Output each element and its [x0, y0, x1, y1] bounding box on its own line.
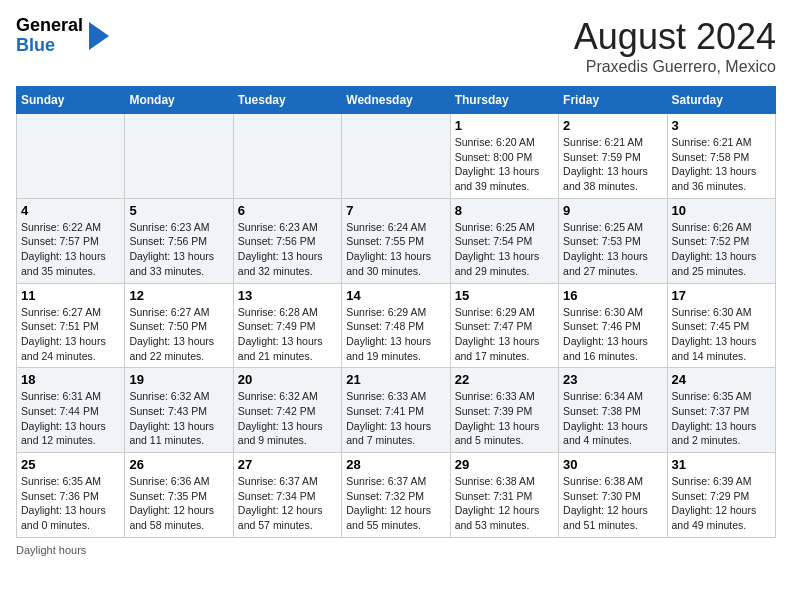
logo: General Blue	[16, 16, 109, 56]
day-info: Sunrise: 6:30 AMSunset: 7:46 PMDaylight:…	[563, 305, 662, 364]
calendar-day-cell: 9Sunrise: 6:25 AMSunset: 7:53 PMDaylight…	[559, 198, 667, 283]
calendar-day-cell: 8Sunrise: 6:25 AMSunset: 7:54 PMDaylight…	[450, 198, 558, 283]
day-info: Sunrise: 6:33 AMSunset: 7:39 PMDaylight:…	[455, 389, 554, 448]
day-number: 19	[129, 372, 228, 387]
calendar-day-cell: 5Sunrise: 6:23 AMSunset: 7:56 PMDaylight…	[125, 198, 233, 283]
footer: Daylight hours	[16, 544, 776, 556]
page-header: General Blue August 2024 Praxedis Guerre…	[16, 16, 776, 76]
calendar-day-cell: 10Sunrise: 6:26 AMSunset: 7:52 PMDayligh…	[667, 198, 775, 283]
calendar-day-cell: 4Sunrise: 6:22 AMSunset: 7:57 PMDaylight…	[17, 198, 125, 283]
day-info: Sunrise: 6:25 AMSunset: 7:54 PMDaylight:…	[455, 220, 554, 279]
calendar-day-cell: 12Sunrise: 6:27 AMSunset: 7:50 PMDayligh…	[125, 283, 233, 368]
day-info: Sunrise: 6:21 AMSunset: 7:59 PMDaylight:…	[563, 135, 662, 194]
calendar-day-cell: 29Sunrise: 6:38 AMSunset: 7:31 PMDayligh…	[450, 453, 558, 538]
day-number: 6	[238, 203, 337, 218]
day-number: 24	[672, 372, 771, 387]
day-info: Sunrise: 6:30 AMSunset: 7:45 PMDaylight:…	[672, 305, 771, 364]
calendar-day-cell: 24Sunrise: 6:35 AMSunset: 7:37 PMDayligh…	[667, 368, 775, 453]
day-number: 26	[129, 457, 228, 472]
calendar-day-cell: 16Sunrise: 6:30 AMSunset: 7:46 PMDayligh…	[559, 283, 667, 368]
day-info: Sunrise: 6:20 AMSunset: 8:00 PMDaylight:…	[455, 135, 554, 194]
calendar-day-cell: 30Sunrise: 6:38 AMSunset: 7:30 PMDayligh…	[559, 453, 667, 538]
calendar-day-header: Saturday	[667, 87, 775, 114]
day-info: Sunrise: 6:39 AMSunset: 7:29 PMDaylight:…	[672, 474, 771, 533]
day-info: Sunrise: 6:23 AMSunset: 7:56 PMDaylight:…	[129, 220, 228, 279]
day-info: Sunrise: 6:38 AMSunset: 7:31 PMDaylight:…	[455, 474, 554, 533]
page-subtitle: Praxedis Guerrero, Mexico	[574, 58, 776, 76]
day-number: 7	[346, 203, 445, 218]
day-number: 10	[672, 203, 771, 218]
calendar-day-cell: 19Sunrise: 6:32 AMSunset: 7:43 PMDayligh…	[125, 368, 233, 453]
calendar-day-cell	[233, 114, 341, 199]
calendar-day-header: Friday	[559, 87, 667, 114]
day-info: Sunrise: 6:37 AMSunset: 7:34 PMDaylight:…	[238, 474, 337, 533]
calendar-week-row: 25Sunrise: 6:35 AMSunset: 7:36 PMDayligh…	[17, 453, 776, 538]
day-number: 2	[563, 118, 662, 133]
day-info: Sunrise: 6:25 AMSunset: 7:53 PMDaylight:…	[563, 220, 662, 279]
day-number: 9	[563, 203, 662, 218]
day-info: Sunrise: 6:31 AMSunset: 7:44 PMDaylight:…	[21, 389, 120, 448]
day-number: 18	[21, 372, 120, 387]
calendar-day-header: Tuesday	[233, 87, 341, 114]
calendar-day-cell: 28Sunrise: 6:37 AMSunset: 7:32 PMDayligh…	[342, 453, 450, 538]
day-info: Sunrise: 6:28 AMSunset: 7:49 PMDaylight:…	[238, 305, 337, 364]
calendar-day-cell: 18Sunrise: 6:31 AMSunset: 7:44 PMDayligh…	[17, 368, 125, 453]
page-title: August 2024	[574, 16, 776, 58]
day-number: 1	[455, 118, 554, 133]
day-number: 14	[346, 288, 445, 303]
day-number: 30	[563, 457, 662, 472]
calendar-day-cell: 11Sunrise: 6:27 AMSunset: 7:51 PMDayligh…	[17, 283, 125, 368]
calendar-day-cell	[125, 114, 233, 199]
day-number: 3	[672, 118, 771, 133]
calendar-day-cell: 15Sunrise: 6:29 AMSunset: 7:47 PMDayligh…	[450, 283, 558, 368]
day-info: Sunrise: 6:32 AMSunset: 7:42 PMDaylight:…	[238, 389, 337, 448]
day-info: Sunrise: 6:37 AMSunset: 7:32 PMDaylight:…	[346, 474, 445, 533]
day-info: Sunrise: 6:27 AMSunset: 7:51 PMDaylight:…	[21, 305, 120, 364]
day-info: Sunrise: 6:26 AMSunset: 7:52 PMDaylight:…	[672, 220, 771, 279]
day-number: 15	[455, 288, 554, 303]
calendar-day-cell: 25Sunrise: 6:35 AMSunset: 7:36 PMDayligh…	[17, 453, 125, 538]
calendar-day-cell: 27Sunrise: 6:37 AMSunset: 7:34 PMDayligh…	[233, 453, 341, 538]
calendar-week-row: 11Sunrise: 6:27 AMSunset: 7:51 PMDayligh…	[17, 283, 776, 368]
calendar-day-header: Wednesday	[342, 87, 450, 114]
day-number: 13	[238, 288, 337, 303]
calendar-day-cell	[342, 114, 450, 199]
calendar-week-row: 18Sunrise: 6:31 AMSunset: 7:44 PMDayligh…	[17, 368, 776, 453]
day-number: 28	[346, 457, 445, 472]
day-number: 27	[238, 457, 337, 472]
day-number: 8	[455, 203, 554, 218]
logo-general: General	[16, 15, 83, 35]
day-info: Sunrise: 6:29 AMSunset: 7:48 PMDaylight:…	[346, 305, 445, 364]
day-info: Sunrise: 6:24 AMSunset: 7:55 PMDaylight:…	[346, 220, 445, 279]
day-number: 22	[455, 372, 554, 387]
day-number: 21	[346, 372, 445, 387]
day-number: 12	[129, 288, 228, 303]
logo-blue: Blue	[16, 35, 55, 55]
day-number: 29	[455, 457, 554, 472]
day-number: 25	[21, 457, 120, 472]
day-info: Sunrise: 6:34 AMSunset: 7:38 PMDaylight:…	[563, 389, 662, 448]
day-info: Sunrise: 6:33 AMSunset: 7:41 PMDaylight:…	[346, 389, 445, 448]
calendar-day-header: Thursday	[450, 87, 558, 114]
title-block: August 2024 Praxedis Guerrero, Mexico	[574, 16, 776, 76]
calendar-day-header: Sunday	[17, 87, 125, 114]
calendar-day-cell: 1Sunrise: 6:20 AMSunset: 8:00 PMDaylight…	[450, 114, 558, 199]
day-number: 4	[21, 203, 120, 218]
calendar-day-cell: 20Sunrise: 6:32 AMSunset: 7:42 PMDayligh…	[233, 368, 341, 453]
day-number: 16	[563, 288, 662, 303]
day-number: 20	[238, 372, 337, 387]
day-number: 31	[672, 457, 771, 472]
day-info: Sunrise: 6:35 AMSunset: 7:36 PMDaylight:…	[21, 474, 120, 533]
day-info: Sunrise: 6:23 AMSunset: 7:56 PMDaylight:…	[238, 220, 337, 279]
calendar-day-cell: 3Sunrise: 6:21 AMSunset: 7:58 PMDaylight…	[667, 114, 775, 199]
day-info: Sunrise: 6:35 AMSunset: 7:37 PMDaylight:…	[672, 389, 771, 448]
calendar-day-cell	[17, 114, 125, 199]
calendar-day-cell: 2Sunrise: 6:21 AMSunset: 7:59 PMDaylight…	[559, 114, 667, 199]
calendar-week-row: 4Sunrise: 6:22 AMSunset: 7:57 PMDaylight…	[17, 198, 776, 283]
day-number: 11	[21, 288, 120, 303]
day-info: Sunrise: 6:21 AMSunset: 7:58 PMDaylight:…	[672, 135, 771, 194]
day-number: 23	[563, 372, 662, 387]
calendar-table: SundayMondayTuesdayWednesdayThursdayFrid…	[16, 86, 776, 538]
day-number: 5	[129, 203, 228, 218]
calendar-header-row: SundayMondayTuesdayWednesdayThursdayFrid…	[17, 87, 776, 114]
